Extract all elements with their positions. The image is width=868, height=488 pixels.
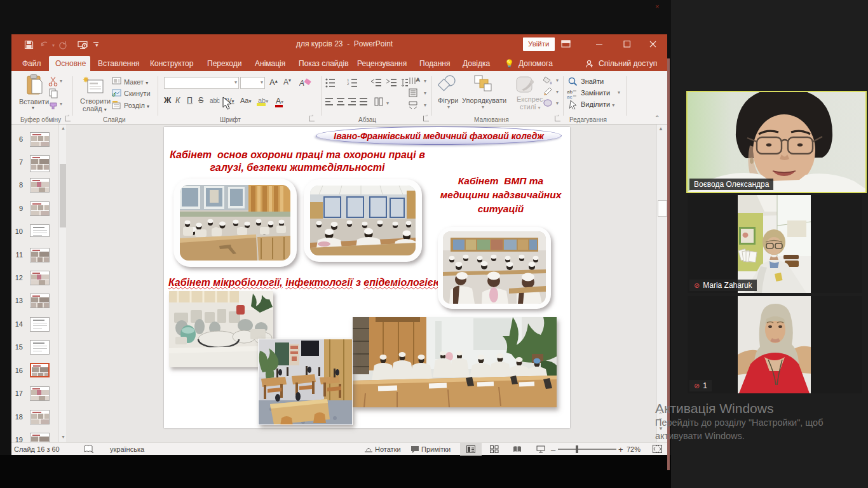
- svg-text:A: A: [416, 77, 420, 83]
- svg-text:▾: ▾: [386, 100, 389, 106]
- svg-text:▾: ▾: [556, 89, 559, 95]
- svg-text:▾: ▾: [556, 100, 559, 106]
- svg-text:▾: ▾: [424, 102, 426, 108]
- svg-text:▾: ▾: [556, 78, 559, 83]
- svg-text:▾: ▾: [424, 78, 426, 84]
- svg-text:↺: ↺: [112, 92, 116, 98]
- svg-text:2: 2: [347, 82, 349, 86]
- svg-text:▾: ▾: [52, 43, 55, 48]
- svg-text:▾: ▾: [424, 90, 426, 96]
- svg-text:A: A: [299, 79, 304, 88]
- svg-text:ac: ac: [567, 94, 572, 98]
- svg-text:▾: ▾: [95, 42, 98, 48]
